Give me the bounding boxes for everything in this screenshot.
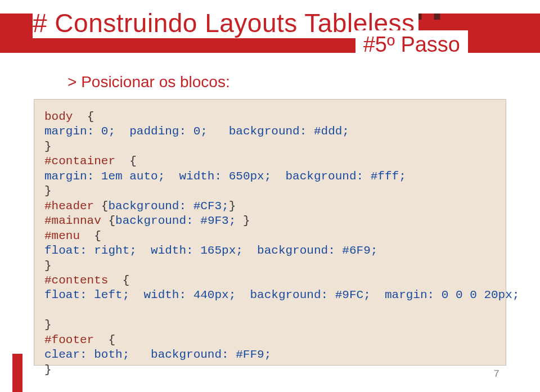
code-block: body { margin: 0; padding: 0; background… [34, 99, 506, 366]
page-number: 7 [493, 368, 500, 380]
step-badge: #5º Passo [356, 30, 468, 59]
dot-icon [434, 13, 440, 20]
slide: # Construindo Layouts Tableless #5º Pass… [0, 0, 540, 392]
left-accent-bar [12, 354, 22, 392]
section-heading: > Posicionar os blocos: [68, 73, 230, 91]
code-content: body { margin: 0; padding: 0; background… [44, 110, 496, 377]
